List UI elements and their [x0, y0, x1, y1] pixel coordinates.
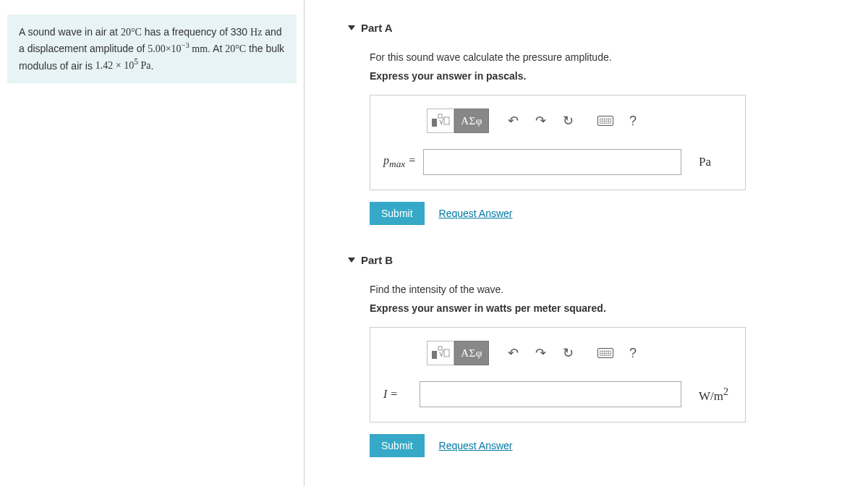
- part-a-section: Part A For this sound wave calculate the…: [348, 22, 839, 225]
- template-button[interactable]: √: [427, 341, 454, 365]
- problem-statement: A sound wave in air at 20°C has a freque…: [7, 14, 297, 83]
- part-a-prompt: For this sound wave calculate the pressu…: [370, 51, 825, 63]
- undo-button[interactable]: ↶: [499, 109, 527, 133]
- reset-button[interactable]: ↻: [554, 109, 582, 133]
- chevron-down-icon: [348, 258, 355, 263]
- toolbar-a: √ ΑΣφ ↶ ↷ ↻ ?: [383, 109, 732, 133]
- problem-panel: A sound wave in air at 20°C has a freque…: [0, 0, 304, 486]
- answer-panel: Part A For this sound wave calculate the…: [304, 0, 868, 486]
- keyboard-button[interactable]: [592, 341, 619, 365]
- part-b-section: Part B Find the intensity of the wave. E…: [348, 254, 839, 457]
- submit-button-a[interactable]: Submit: [370, 202, 425, 225]
- part-b-prompt: Find the intensity of the wave.: [370, 284, 825, 295]
- svg-rect-6: [444, 349, 449, 357]
- svg-rect-2: [444, 117, 449, 124]
- template-button[interactable]: √: [427, 109, 454, 133]
- unit-label-a: Pa: [689, 155, 732, 169]
- part-a-title: Part A: [361, 22, 393, 34]
- variable-label-b: I =: [383, 388, 412, 401]
- keyboard-icon: [597, 348, 613, 358]
- svg-rect-4: [432, 351, 437, 359]
- keyboard-icon: [597, 116, 613, 126]
- greek-button[interactable]: ΑΣφ: [454, 109, 489, 133]
- answer-box-b: √ ΑΣφ ↶ ↷ ↻ ?: [370, 327, 746, 422]
- help-button[interactable]: ?: [619, 109, 647, 133]
- part-b-header[interactable]: Part B: [348, 254, 839, 266]
- part-a-instruct: Express your answer in pascals.: [370, 70, 825, 82]
- request-answer-link-a[interactable]: Request Answer: [439, 208, 513, 219]
- request-answer-link-b[interactable]: Request Answer: [439, 440, 513, 451]
- part-b-title: Part B: [361, 254, 393, 266]
- toolbar-b: √ ΑΣφ ↶ ↷ ↻ ?: [383, 341, 732, 365]
- undo-button[interactable]: ↶: [499, 341, 527, 365]
- part-a-header[interactable]: Part A: [348, 22, 839, 34]
- greek-button[interactable]: ΑΣφ: [454, 341, 489, 365]
- redo-button[interactable]: ↷: [527, 109, 554, 133]
- redo-button[interactable]: ↷: [527, 341, 554, 365]
- keyboard-button[interactable]: [592, 109, 619, 133]
- svg-rect-0: [432, 119, 437, 127]
- reset-button[interactable]: ↻: [554, 341, 582, 365]
- answer-input-b[interactable]: [420, 381, 681, 407]
- chevron-down-icon: [348, 25, 355, 30]
- unit-label-b: W/m2: [689, 386, 732, 404]
- part-b-instruct: Express your answer in watts per meter s…: [370, 302, 825, 314]
- answer-box-a: √ ΑΣφ ↶ ↷ ↻ ?: [370, 95, 746, 190]
- submit-button-b[interactable]: Submit: [370, 434, 425, 457]
- answer-input-a[interactable]: [423, 149, 681, 175]
- variable-label-a: pmax =: [383, 154, 416, 170]
- help-button[interactable]: ?: [619, 341, 647, 365]
